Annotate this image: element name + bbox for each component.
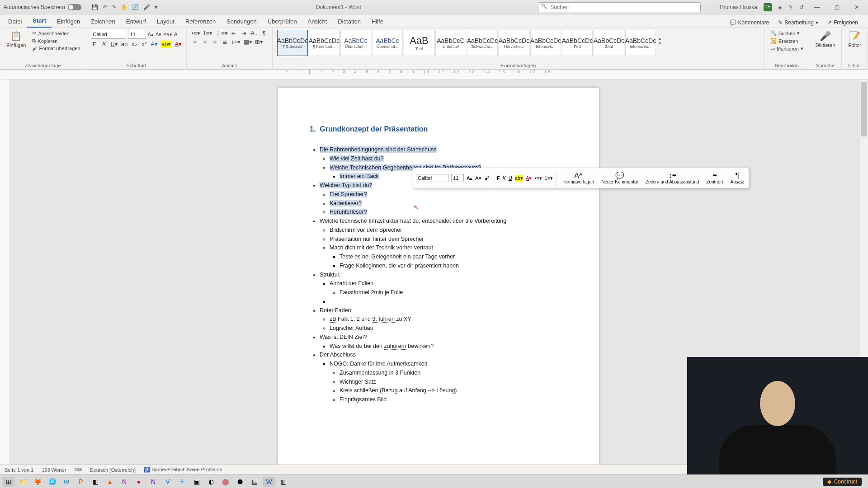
style-item[interactable]: AaBbCcÜberschrif...	[340, 30, 371, 56]
outlook-icon[interactable]: ✉	[61, 477, 72, 487]
style-item[interactable]: AaBTitel	[404, 30, 434, 56]
style-item[interactable]: AaBbCcDc¶ Kein Lee...	[309, 30, 340, 56]
style-item[interactable]: AaBbCcDcZitat	[594, 30, 624, 56]
italic-icon[interactable]: K	[101, 41, 108, 47]
tab-entwurf[interactable]: Entwurf	[121, 15, 151, 28]
bold-icon[interactable]: F	[497, 175, 500, 181]
underline-icon[interactable]: U▾	[111, 41, 118, 47]
tab-start[interactable]: Start	[27, 14, 52, 28]
app-icon[interactable]: ⬣	[234, 477, 246, 487]
list-item[interactable]: NOGO: Danke für ihre Aufmerksamkeit	[330, 361, 427, 367]
search-input[interactable]	[538, 2, 701, 12]
mic-icon[interactable]: 🎤	[143, 4, 150, 10]
bold-icon[interactable]: F	[91, 41, 98, 47]
pen-icon[interactable]: ✎	[788, 4, 793, 10]
chrome-icon[interactable]: 🌐	[46, 477, 58, 487]
mini-toolbar[interactable]: A▴ A▾ 🖌 F K U ab▾ A▾ •≡▾ 1≡▾ AᴬFormatvor…	[413, 168, 749, 188]
construct-badge[interactable]: Construct	[823, 478, 862, 486]
font-color-icon[interactable]: A▾	[175, 41, 182, 47]
copy-button[interactable]: ⧉ Kopieren	[31, 38, 81, 44]
minimize-button[interactable]: —	[810, 4, 824, 10]
app-icon[interactable]: ◐	[205, 477, 217, 487]
absatz-button[interactable]: ¶Absatz	[729, 172, 746, 185]
app-icon[interactable]: N	[147, 477, 159, 487]
list-item[interactable]: Anzahl der Folien	[330, 280, 373, 286]
tab-einfuegen[interactable]: Einfügen	[52, 15, 85, 28]
replace-button[interactable]: 🔁 Ersetzen	[769, 38, 804, 44]
indent-inc-icon[interactable]: ⇥	[241, 30, 248, 37]
list-item[interactable]: Was ist DEIN Ziel?	[320, 334, 367, 340]
multilevel-icon[interactable]: ⋮≡▾	[215, 30, 228, 37]
style-item[interactable]: AaBbCcDcIntensive...	[530, 30, 561, 56]
list-item[interactable]: Herunterleser?	[330, 209, 367, 215]
list-item[interactable]: Was willst du bei den zuhörern bewirken?	[330, 342, 567, 351]
telegram-icon[interactable]: ✈	[176, 477, 188, 487]
scrollbar-thumb[interactable]	[861, 82, 867, 136]
list-item[interactable]: Einprägsames Bild	[340, 396, 387, 403]
bearbeitung-button[interactable]: ✎ Bearbeitung ▾	[774, 18, 822, 28]
highlight-icon[interactable]: ab▾	[160, 41, 172, 47]
center-button[interactable]: ≡Zentriert	[704, 172, 725, 185]
close-button[interactable]: ✕	[850, 4, 863, 10]
strike-icon[interactable]: ab	[121, 41, 128, 47]
app-icon[interactable]: ▥	[278, 477, 289, 487]
status-accessibility[interactable]: ♿ Barrierefreiheit: Keine Probleme	[144, 467, 222, 473]
font-name-input[interactable]	[91, 30, 126, 39]
find-button[interactable]: 🔍 Suchen ▾	[769, 30, 804, 37]
list-item[interactable]: Frage Kolleginnen, die vor dir präsentie…	[340, 263, 459, 269]
formatvorlagen-button[interactable]: AᴬFormatvorlagen	[561, 172, 596, 185]
keyboard-icon[interactable]: ⌨	[75, 467, 82, 473]
numbering-icon[interactable]: 1≡▾	[203, 30, 213, 37]
save-icon[interactable]: 💾	[91, 4, 98, 10]
list-item[interactable]: Wichtiger Satz	[340, 379, 376, 385]
touch-icon[interactable]: ✋	[121, 4, 127, 10]
undo-icon[interactable]: ↶	[103, 4, 107, 10]
sel-text[interactable]: Die Rahmenbedingungen sind der Startschu…	[320, 146, 437, 153]
bullets-icon[interactable]: •≡▾	[191, 30, 200, 37]
clear-format-icon[interactable]: A̸	[174, 32, 178, 38]
tab-sendungen[interactable]: Sendungen	[221, 15, 262, 28]
onenote-icon[interactable]: N	[118, 477, 130, 487]
tab-dictation[interactable]: Dictation	[332, 15, 366, 28]
style-item[interactable]: AaBbCcDcFett	[562, 30, 593, 56]
maximize-button[interactable]: ▢	[830, 4, 844, 10]
style-item[interactable]: AaBbCcDc¶ Standard	[277, 30, 308, 56]
underline-icon[interactable]: U	[509, 175, 512, 181]
tab-hilfe[interactable]: Hilfe	[366, 15, 389, 28]
obs-icon[interactable]: ⬤	[220, 477, 231, 487]
tab-ansicht[interactable]: Ansicht	[302, 15, 333, 28]
list-item[interactable]: Präsentation nur hinter dem Sprecher	[330, 236, 424, 242]
sort-icon[interactable]: A↓	[250, 30, 258, 37]
paste-button[interactable]: 📋Einfügen	[5, 30, 28, 49]
diktieren-button[interactable]: 🎤Diktieren	[814, 30, 837, 49]
superscript-icon[interactable]: x²	[141, 41, 148, 47]
case-icon[interactable]: Aa▾	[163, 32, 172, 38]
autosave-toggle[interactable]: Automatisches Speichern	[4, 4, 81, 10]
app-icon[interactable]: ◧	[90, 477, 101, 487]
vscode-icon[interactable]: V	[162, 477, 174, 487]
shrink-font-icon[interactable]: A▾	[475, 175, 481, 181]
list-item[interactable]: Mach dich mit der Technik vorher vertrau…	[330, 244, 433, 251]
highlight-icon[interactable]: ab▾	[515, 175, 523, 181]
mini-font-name[interactable]	[416, 174, 448, 182]
line-spacing-button[interactable]: ↕≡Zeilen- und Absatzabstand	[644, 172, 701, 185]
borders-icon[interactable]: ⊞▾	[255, 38, 263, 45]
list-item[interactable]: Der Abschluss	[320, 352, 356, 358]
align-left-icon[interactable]: ≡	[191, 38, 198, 45]
format-painter-icon[interactable]: 🖌	[484, 175, 489, 181]
document-page[interactable]: 1. Grundkonzept der Präsentation Die Rah…	[278, 88, 599, 473]
powerpoint-icon[interactable]: P	[75, 477, 87, 487]
style-item[interactable]: AaBbCcDcHervorhe...	[499, 30, 529, 56]
status-language[interactable]: Deutsch (Österreich)	[90, 467, 136, 473]
list-item[interactable]: zB Fakt 1, 2 und 3. führen zu XY	[330, 315, 567, 324]
user-name[interactable]: Thomas Hruska	[719, 4, 757, 10]
pilcrow-icon[interactable]: ¶	[260, 30, 268, 37]
sync-icon[interactable]: 🔄	[132, 4, 139, 10]
shrink-font-icon[interactable]: A▾	[156, 32, 161, 38]
redo-icon[interactable]: ↷	[112, 4, 116, 10]
tab-datei[interactable]: Datei	[3, 15, 27, 28]
start-icon[interactable]: ⊞	[3, 477, 14, 487]
list-item[interactable]: Bildschirm vor dem Sprecher	[330, 227, 402, 233]
history-icon[interactable]: ↺	[799, 4, 804, 10]
list-item[interactable]: Roter Faden:	[320, 307, 353, 314]
